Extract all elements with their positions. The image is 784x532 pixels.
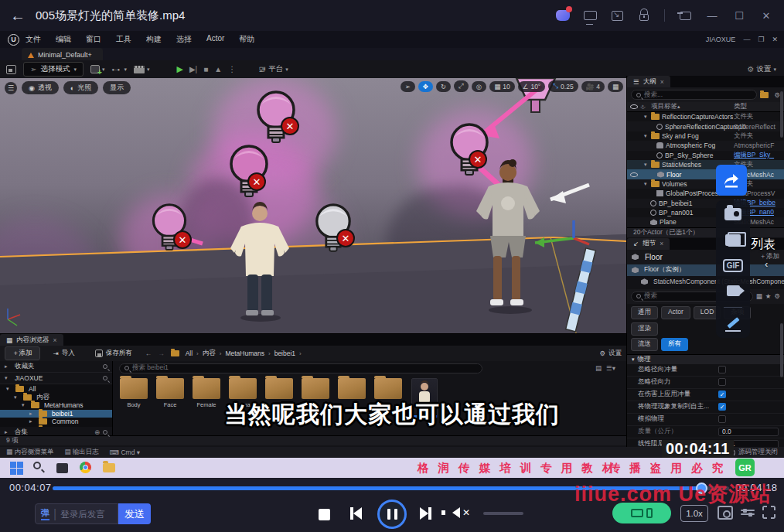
details-add-button: ＋添加 xyxy=(760,252,780,261)
chrome-icon xyxy=(80,462,93,475)
osd-timestamp: 00:04:11 xyxy=(662,440,734,458)
banner-text-left: 格 润 传 媒 培 训 专 用 教 材 xyxy=(418,461,616,476)
pause-button[interactable] xyxy=(377,500,407,529)
playlist-chevron-icon[interactable]: ‹ xyxy=(765,258,768,270)
outliner-row: BP_beibei1编辑BP_beibe xyxy=(627,199,784,208)
filter-chip: Actor xyxy=(661,306,690,319)
light-disabled-badge: ✕ xyxy=(281,117,299,135)
details-component-row: StaticMeshComponent (StaticMeshComponent… xyxy=(627,276,784,288)
current-time: 00:04:07 xyxy=(9,482,52,493)
project-row: ▾JIAOXUE xyxy=(0,373,112,384)
record-button[interactable] xyxy=(723,281,743,300)
ue-level-tabrow: Minimal_Default+ xyxy=(22,48,784,60)
light-disabled-badge: ✕ xyxy=(336,229,355,247)
property-row: 忽略径向力 xyxy=(627,377,784,389)
lock-icon[interactable] xyxy=(637,9,651,22)
light-disabled-badge: ✕ xyxy=(247,172,266,191)
previous-button[interactable] xyxy=(350,507,362,520)
favorites-row: ▸收藏夹 xyxy=(0,361,112,373)
filter-chip: 通用 xyxy=(631,306,658,319)
site-watermark: iiiue.com Ue资源站 xyxy=(574,480,772,508)
outliner-search-input: 搜索... xyxy=(631,90,757,100)
filter-chip: 流送 xyxy=(631,338,658,351)
titlebar-divider xyxy=(664,9,665,22)
taskbar-app-icon xyxy=(56,462,70,475)
outliner-row: ▾ReflectionCaptureActors文件夹 xyxy=(627,112,784,121)
scale-snap-value: ⤡0.25 xyxy=(548,80,578,92)
volume-slider[interactable] xyxy=(483,512,523,515)
viewport-perspective-button: ◉透视 xyxy=(22,81,59,94)
breadcrumb: All› 内容› MetaHumans› beibei1› xyxy=(171,349,302,358)
toolbar-divider xyxy=(724,307,742,308)
save-all-button: 保存所有 xyxy=(88,347,139,360)
checkbox xyxy=(718,366,726,373)
file-explorer-icon xyxy=(103,462,116,475)
play-options-icon: ⋮ xyxy=(228,65,236,73)
tv-cast-icon[interactable] xyxy=(583,9,597,22)
rotate-tool-icon: ↻ xyxy=(436,81,451,92)
ue-level-tab: Minimal_Default+ xyxy=(22,48,103,60)
point-light-bulb-icon xyxy=(227,145,271,203)
windows-taskbar-strip: 格 润 传 媒 培 训 专 用 教 材 传 播 盗 用 必 究 GR xyxy=(0,458,784,478)
ue-viewport: ✕ ✕ ✕ ✕ xyxy=(0,78,626,333)
cinematics-button: ▾ xyxy=(134,66,150,73)
ue-menu-file: 文件 xyxy=(26,34,41,45)
screen-projection-icon[interactable] xyxy=(610,9,624,22)
outliner-settings-icon: ⚙ xyxy=(774,91,780,99)
app-window: ← 005场景灯光的简单装修.mp4 — ☐ ✕ U 文件 编辑 窗口 工具 构… xyxy=(0,0,784,532)
ue-menu-edit: 编辑 xyxy=(56,34,71,45)
video-title: 005场景灯光的简单装修.mp4 xyxy=(36,9,185,23)
back-button[interactable]: ← xyxy=(0,7,36,25)
stop-button[interactable] xyxy=(319,509,330,520)
playlist-toggle[interactable]: 列表 xyxy=(751,237,775,253)
ue-menubar: U 文件 编辑 窗口 工具 构建 选择 Actor 帮助 JIAOXUE — ❐… xyxy=(0,31,784,48)
danmaku-input[interactable] xyxy=(60,510,111,519)
annotate-button[interactable] xyxy=(723,315,743,333)
danmaku-box[interactable]: 弹 | xyxy=(35,503,118,524)
cmd-dropdown: ⌨ Cmd ▾ xyxy=(110,448,140,456)
tree-item: ▾All xyxy=(0,385,112,394)
gallery-button[interactable] xyxy=(723,230,743,249)
player-side-toolbar: GIF xyxy=(716,165,750,338)
outliner-row-selected: FloorStaticMeshAc xyxy=(627,169,784,179)
scrollbar xyxy=(780,91,783,138)
toolbar-settings-button: ⚙设置▾ xyxy=(748,64,776,74)
share-button[interactable] xyxy=(716,165,747,196)
cb-settings-button: ⚙设置 xyxy=(599,349,622,358)
eject-icon: ▲ xyxy=(214,65,222,73)
send-button[interactable]: 发送 xyxy=(118,503,151,524)
outliner-row: BP_Sky_Sphere编辑BP_Sky_ xyxy=(627,151,784,160)
next-button[interactable] xyxy=(420,507,431,520)
maximize-button[interactable]: ☐ xyxy=(732,9,746,22)
gr-logo: GR xyxy=(735,459,755,476)
details-instance-row: Floor（实例） xyxy=(627,264,784,276)
new-folder-icon xyxy=(760,92,769,98)
outliner-row: Atmospheric FogAtmosphericF xyxy=(627,141,784,150)
game-center-icon[interactable] xyxy=(556,9,570,22)
ue-menu-help: 帮助 xyxy=(239,34,254,45)
angle-snap-value: ∠10° xyxy=(518,81,545,92)
ue-project-label: JIAOXUE xyxy=(706,36,736,43)
cb-search-input: 搜索 beibei1 xyxy=(119,363,482,373)
screenshot-button[interactable] xyxy=(723,205,743,223)
viewport-show-button: 显示 xyxy=(103,81,131,94)
settings-sliders-button[interactable] xyxy=(741,507,755,518)
filter-chip: 渲染 xyxy=(631,322,658,336)
viewport-lit-button: ◐光照 xyxy=(63,81,98,94)
checkbox xyxy=(718,378,726,386)
gif-button[interactable]: GIF xyxy=(723,256,743,275)
select-tool-icon: ➢ xyxy=(401,81,415,92)
outliner-row: ▾Sky and Fog文件夹 xyxy=(627,131,784,141)
minimize-button[interactable]: — xyxy=(705,9,719,22)
mute-button[interactable]: ✕ xyxy=(452,507,470,518)
mini-player-icon[interactable] xyxy=(678,9,692,22)
close-button[interactable]: ✕ xyxy=(759,9,773,22)
player-titlebar: ← 005场景灯光的简单装修.mp4 — ☐ ✕ xyxy=(0,0,784,31)
level-icon xyxy=(28,53,34,58)
view-options-icon: ☰▾ xyxy=(606,364,615,372)
save-icon xyxy=(6,65,16,74)
ue-menu-build: 构建 xyxy=(146,34,162,45)
scale-tool-icon: ⤢ xyxy=(454,80,469,92)
move-tool-icon: ✥ xyxy=(418,81,433,92)
source-control-label: 源码管理关闭 xyxy=(728,448,778,457)
